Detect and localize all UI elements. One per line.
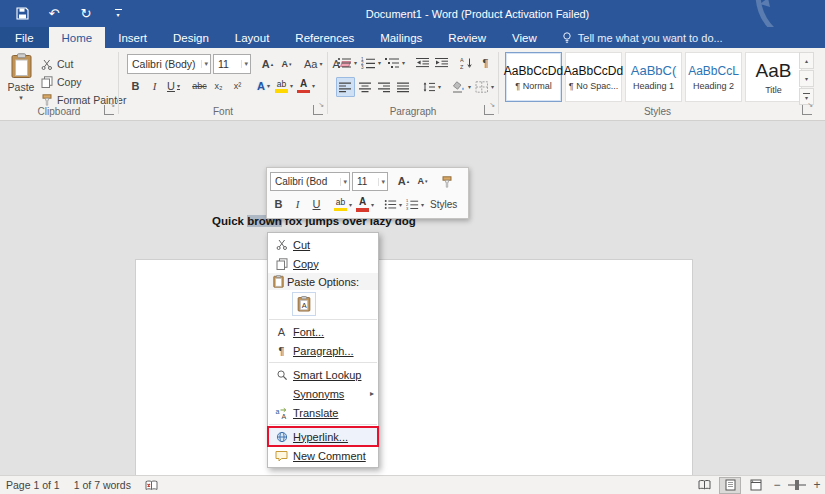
numbering-button[interactable]: 123 <box>360 54 382 72</box>
zoom-in-button[interactable]: + <box>811 478 823 492</box>
clipboard-dialog-launcher[interactable] <box>104 105 114 115</box>
copy-button[interactable]: Copy <box>41 74 82 90</box>
zoom-out-button[interactable]: − <box>771 478 783 492</box>
font-color-button[interactable]: A <box>296 77 316 95</box>
tab-mailings[interactable]: Mailings <box>367 27 435 48</box>
styles-dialog-launcher[interactable] <box>802 105 812 115</box>
print-layout-button[interactable] <box>719 477 741 494</box>
multilevel-list-button[interactable] <box>384 54 406 72</box>
tab-review[interactable]: Review <box>435 27 499 48</box>
change-case-icon: Aa <box>304 59 317 70</box>
text-effects-icon: A <box>257 81 265 92</box>
styles-scroll-down-button[interactable] <box>799 70 814 87</box>
align-left-button[interactable] <box>336 77 355 97</box>
context-menu-item-hyperlink[interactable]: Hyperlink... <box>268 427 378 446</box>
grow-font-button[interactable]: A <box>259 55 276 73</box>
shrink-font-button[interactable]: A <box>278 55 295 73</box>
shading-button[interactable] <box>451 78 472 96</box>
word-count-status[interactable]: 1 of 7 words <box>74 479 131 491</box>
decrease-indent-button[interactable] <box>414 54 431 72</box>
zoom-slider-thumb[interactable] <box>795 480 799 490</box>
subscript-button[interactable]: x₂ <box>210 77 227 95</box>
cut-button[interactable]: Cut <box>41 56 73 72</box>
document-page[interactable] <box>135 259 693 494</box>
highlight-icon: ab <box>334 198 347 211</box>
context-menu-item-cut[interactable]: Cut <box>268 235 378 254</box>
context-menu-item-translate[interactable]: aA Translate <box>268 403 378 422</box>
undo-button[interactable]: ↶ <box>46 6 62 22</box>
mini-bullets-button[interactable] <box>383 196 403 214</box>
tell-me-box[interactable]: Tell me what you want to do... <box>562 27 723 48</box>
customize-quick-access-button[interactable] <box>110 6 126 22</box>
bullets-button[interactable] <box>336 54 358 72</box>
text-effects-button[interactable]: A <box>255 77 272 95</box>
mini-numbering-button[interactable]: 123 <box>405 196 425 214</box>
font-dialog-icon: A <box>273 326 290 338</box>
web-layout-button[interactable] <box>746 478 766 493</box>
style-normal[interactable]: AaBbCcDd ¶ Normal <box>505 52 562 102</box>
change-case-button[interactable]: Aa <box>303 55 323 73</box>
justify-button[interactable] <box>395 78 412 96</box>
mini-font-color-button[interactable]: A <box>355 196 375 214</box>
cut-label: Cut <box>57 58 73 70</box>
mini-grow-font-button[interactable]: A <box>395 173 412 191</box>
bold-button[interactable]: B <box>127 77 144 95</box>
mini-bold-button[interactable]: B <box>270 196 287 214</box>
increase-indent-button[interactable] <box>433 54 450 72</box>
styles-group-label: Styles <box>499 106 816 117</box>
style-no-spacing[interactable]: AaBbCcDd ¶ No Spac... <box>565 52 622 102</box>
window-title: Document1 - Word (Product Activation Fai… <box>130 8 825 20</box>
sort-icon: AZ <box>460 57 474 69</box>
mini-italic-button[interactable]: I <box>289 196 306 214</box>
mini-shrink-font-button[interactable]: A <box>414 173 431 191</box>
save-button[interactable] <box>14 6 30 22</box>
redo-button[interactable]: ↻ <box>78 6 94 22</box>
align-right-button[interactable] <box>376 78 393 96</box>
show-hide-marks-button[interactable]: ¶ <box>477 54 494 72</box>
tab-layout[interactable]: Layout <box>222 27 283 48</box>
font-name-select[interactable]: Calibri (Body) <box>127 54 211 74</box>
context-menu-item-smart-lookup[interactable]: Smart Lookup <box>268 365 378 384</box>
justify-icon <box>397 82 410 93</box>
mini-font-name-select[interactable]: Calibri (Bod <box>270 172 350 191</box>
strikethrough-button[interactable]: abc <box>191 77 208 95</box>
paste-button[interactable]: Paste <box>5 53 37 111</box>
context-menu-item-new-comment[interactable]: New Comment <box>268 446 378 465</box>
tab-insert[interactable]: Insert <box>105 27 160 48</box>
line-spacing-button[interactable] <box>421 78 442 96</box>
tab-design[interactable]: Design <box>160 27 222 48</box>
style-heading-1[interactable]: AaBbC( Heading 1 <box>625 52 682 102</box>
styles-scroll-up-button[interactable] <box>799 52 814 69</box>
italic-button[interactable]: I <box>146 77 163 95</box>
read-mode-button[interactable] <box>694 478 714 493</box>
context-menu-item-font[interactable]: A Font... <box>268 322 378 341</box>
copy-icon <box>41 76 53 88</box>
superscript-button[interactable]: x² <box>229 77 246 95</box>
tab-references[interactable]: References <box>282 27 367 48</box>
style-heading-2[interactable]: AaBbCcL Heading 2 <box>685 52 742 102</box>
tab-view[interactable]: View <box>499 27 550 48</box>
borders-button[interactable] <box>474 78 495 96</box>
context-menu-item-copy[interactable]: Copy <box>268 254 378 273</box>
mini-highlight-button[interactable]: ab <box>333 196 353 214</box>
page-count-status[interactable]: Page 1 of 1 <box>6 479 60 491</box>
zoom-slider[interactable] <box>788 484 806 486</box>
context-menu-item-paragraph[interactable]: ¶ Paragraph... <box>268 341 378 360</box>
proofing-status-button[interactable] <box>145 480 158 491</box>
tab-home[interactable]: Home <box>49 27 106 48</box>
font-size-select[interactable]: 11 <box>213 54 251 74</box>
sort-button[interactable]: AZ <box>458 54 475 72</box>
underline-button[interactable]: U <box>165 77 182 95</box>
font-dialog-launcher[interactable] <box>313 105 323 115</box>
mini-format-painter-button[interactable] <box>438 173 455 191</box>
paste-keep-text-only-button[interactable]: A <box>292 292 316 316</box>
context-menu-item-synonyms[interactable]: Synonyms ▸ <box>268 384 378 403</box>
text-highlight-button[interactable]: ab <box>274 77 294 95</box>
mini-styles-button[interactable]: Styles <box>427 196 460 214</box>
align-center-button[interactable] <box>357 78 374 96</box>
style-title[interactable]: AaB Title <box>745 52 802 102</box>
mini-font-size-select[interactable]: 11 <box>352 172 388 191</box>
paragraph-dialog-launcher[interactable] <box>484 105 494 115</box>
mini-underline-button[interactable]: U <box>308 196 325 214</box>
tab-file[interactable]: File <box>0 27 49 48</box>
